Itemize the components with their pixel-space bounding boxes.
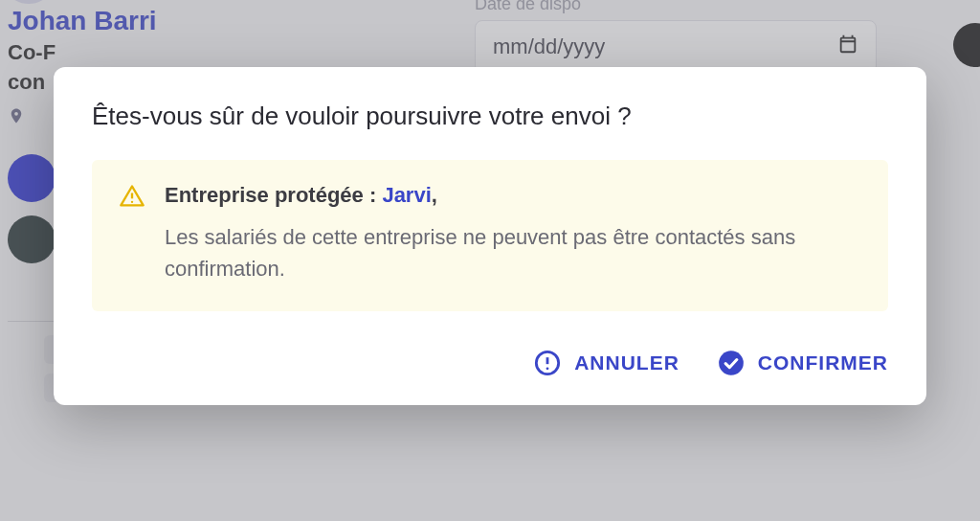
confirm-label: CONFIRMER	[758, 351, 888, 374]
modal-actions: ANNULER CONFIRMER	[92, 350, 888, 376]
confirm-send-modal: Êtes-vous sûr de vouloir poursuivre votr…	[54, 67, 926, 405]
svg-point-1	[131, 201, 133, 203]
modal-overlay: Êtes-vous sûr de vouloir poursuivre votr…	[0, 0, 980, 521]
svg-point-4	[546, 367, 549, 370]
warning-icon	[119, 183, 145, 284]
warning-headline: Entreprise protégée : Jarvi,	[165, 183, 861, 208]
protected-company-link[interactable]: Jarvi	[382, 183, 431, 207]
warning-text: Les salariés de cette entreprise ne peuv…	[165, 221, 861, 284]
warning-box: Entreprise protégée : Jarvi, Les salarié…	[92, 160, 888, 311]
confirm-button[interactable]: CONFIRMER	[718, 350, 888, 376]
warning-suffix: ,	[432, 183, 437, 207]
cancel-button[interactable]: ANNULER	[534, 350, 679, 376]
alert-circle-icon	[534, 350, 561, 376]
warning-body: Entreprise protégée : Jarvi, Les salarié…	[165, 183, 861, 284]
svg-point-5	[719, 351, 744, 375]
cancel-label: ANNULER	[574, 351, 679, 374]
modal-title: Êtes-vous sûr de vouloir poursuivre votr…	[92, 102, 888, 131]
check-circle-icon	[718, 350, 745, 376]
warning-prefix: Entreprise protégée :	[165, 183, 382, 207]
